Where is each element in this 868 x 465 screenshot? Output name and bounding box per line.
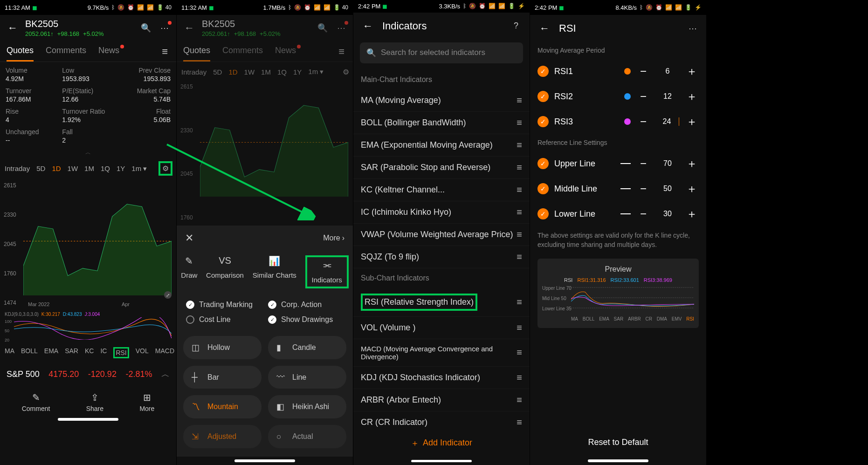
ind-row-sqjz[interactable]: SQJZ (To 9 flip)≡ (353, 246, 530, 268)
back-button[interactable]: ← (537, 21, 552, 36)
ind-row-ic[interactable]: IC (Ichimoku Kinko Hyo)≡ (353, 201, 530, 224)
ind-ema[interactable]: EMA (44, 347, 58, 358)
heikinashi-button[interactable]: ◧Heikin Ashi (268, 395, 346, 418)
more-button[interactable]: ⋯ (334, 21, 348, 35)
tf-1w[interactable]: 1W (67, 164, 79, 173)
corp-action-toggle[interactable]: ✓Corp. Action (268, 301, 344, 309)
index-bar[interactable]: S&P 500 4175.20 -120.92 -2.81% ︿ (0, 362, 176, 386)
search-input[interactable]: 🔍 Search for selected indicators (360, 42, 523, 63)
drag-icon[interactable]: ≡ (517, 395, 522, 405)
bar-button[interactable]: ┼Bar (183, 366, 262, 389)
tf-1m[interactable]: 1M (260, 67, 272, 77)
tf-1d[interactable]: 1D (227, 67, 238, 77)
reset-button[interactable]: Reset to Default (530, 428, 706, 457)
menu-button[interactable]: ≡ (338, 46, 344, 62)
tf-intraday[interactable]: Intraday (4, 164, 31, 173)
tab-quotes[interactable]: Quotes (183, 46, 210, 62)
collapse-button[interactable]: ︿ (0, 149, 176, 157)
help-button[interactable]: ? (509, 19, 523, 33)
tf-1min[interactable]: 1m ▾ (131, 164, 148, 174)
ind-row-arbr[interactable]: ARBR (Arbor Entech)≡ (353, 389, 530, 411)
ind-row-kc[interactable]: KC (Keltner Channel...≡ (353, 179, 530, 201)
line-style-swatch[interactable] (620, 213, 631, 214)
color-swatch[interactable] (624, 93, 631, 100)
tf-1y[interactable]: 1Y (292, 67, 303, 77)
ind-rsi[interactable]: RSI (113, 347, 129, 358)
ind-row-sar[interactable]: SAR (Parabolic Stop and Reverse)≡ (353, 157, 530, 179)
add-indicator-button[interactable]: ＋Add Indicator (353, 429, 530, 457)
trading-marking-toggle[interactable]: ✓Trading Marking (186, 301, 262, 309)
ind-kc[interactable]: KC (85, 347, 94, 358)
indicators-button[interactable]: ⫘Indicators (305, 255, 349, 288)
drag-icon[interactable]: ≡ (517, 347, 522, 358)
tab-news[interactable]: News (98, 46, 119, 62)
candle-button[interactable]: ▮Candle (268, 336, 346, 359)
drag-icon[interactable]: ≡ (517, 297, 522, 308)
drag-icon[interactable]: ≡ (517, 252, 522, 262)
tab-comments[interactable]: Comments (222, 46, 263, 62)
more-button[interactable]: ⋯ (686, 21, 700, 35)
tab-news[interactable]: News (275, 46, 296, 62)
check-toggle[interactable]: ✓ (537, 91, 549, 102)
ind-row-rsi[interactable]: RSI (Relative Strength Index)≡ (353, 288, 530, 317)
drag-icon[interactable]: ≡ (517, 322, 522, 333)
drag-icon[interactable]: ≡ (517, 372, 522, 383)
moremenu-button[interactable]: ⊞More (139, 392, 154, 412)
share-button[interactable]: ⇪Share (86, 392, 103, 412)
sheet-more-button[interactable]: More › (323, 234, 344, 242)
drag-icon[interactable]: ≡ (517, 95, 522, 106)
check-toggle[interactable]: ✓ (537, 208, 549, 219)
cost-line-toggle[interactable]: Cost Line (186, 315, 262, 324)
check-toggle[interactable]: ✓ (537, 183, 549, 194)
tf-1m[interactable]: 1M (83, 164, 95, 173)
minus-button[interactable]: − (636, 89, 650, 103)
check-toggle[interactable]: ✓ (537, 158, 549, 169)
ind-row-ma[interactable]: MA (Moving Average)≡ (353, 89, 530, 112)
ind-ic[interactable]: IC (100, 347, 107, 358)
plus-button[interactable]: ＋ (685, 89, 699, 103)
check-toggle[interactable]: ✓ (537, 66, 549, 77)
plus-button[interactable]: ＋ (685, 64, 699, 78)
line-button[interactable]: 〰Line (268, 366, 346, 389)
color-swatch[interactable] (624, 68, 631, 75)
chart-settings-button[interactable]: ⚙ (343, 68, 349, 76)
plus-button[interactable]: ＋ (685, 157, 699, 171)
ind-macd[interactable]: MACD (155, 347, 174, 358)
drag-icon[interactable]: ≡ (517, 117, 522, 128)
tf-1y[interactable]: 1Y (116, 164, 126, 173)
plus-button[interactable]: ＋ (685, 115, 699, 129)
expand-button[interactable]: ⤢ (164, 291, 172, 299)
tab-quotes[interactable]: Quotes (7, 46, 34, 62)
tf-1d[interactable]: 1D (51, 164, 62, 173)
comment-button[interactable]: ✎Comment (22, 392, 50, 412)
menu-button[interactable]: ≡ (162, 46, 168, 62)
comparison-button[interactable]: VSComparison (206, 255, 244, 288)
ind-row-ema[interactable]: EMA (Exponential Moving Average)≡ (353, 134, 530, 157)
similar-charts-button[interactable]: 📊Similar Charts (253, 255, 296, 288)
ind-vol[interactable]: VOL (136, 347, 149, 358)
show-drawings-toggle[interactable]: ✓Show Drawings (268, 315, 344, 324)
back-button[interactable]: ← (181, 20, 197, 36)
price-chart[interactable]: 2615 2330 2045 1760 1474 Mar 2022 Apr ⤢ (0, 180, 176, 311)
tf-1q[interactable]: 1Q (276, 67, 288, 77)
close-button[interactable]: ✕ (185, 232, 193, 244)
plus-button[interactable]: ＋ (685, 207, 699, 221)
drag-icon[interactable]: ≡ (517, 207, 522, 218)
tf-5d[interactable]: 5D (212, 67, 223, 77)
ind-sar[interactable]: SAR (65, 347, 78, 358)
ind-ma[interactable]: MA (5, 347, 14, 358)
drag-icon[interactable]: ≡ (517, 162, 522, 173)
search-button[interactable]: 🔍 (316, 21, 330, 35)
ind-row-kdj[interactable]: KDJ (KDJ Stochastics Indicator)≡ (353, 367, 530, 389)
drag-icon[interactable]: ≡ (517, 229, 522, 240)
check-toggle[interactable]: ✓ (537, 116, 549, 127)
tab-comments[interactable]: Comments (46, 46, 86, 62)
drag-icon[interactable]: ≡ (517, 417, 522, 428)
minus-button[interactable]: − (636, 157, 650, 171)
minus-button[interactable]: − (636, 115, 650, 129)
search-button[interactable]: 🔍 (139, 21, 153, 35)
tf-5d[interactable]: 5D (35, 164, 46, 173)
drag-icon[interactable]: ≡ (517, 140, 522, 150)
draw-button[interactable]: ✎Draw (181, 255, 197, 288)
ind-boll[interactable]: BOLL (21, 347, 38, 358)
